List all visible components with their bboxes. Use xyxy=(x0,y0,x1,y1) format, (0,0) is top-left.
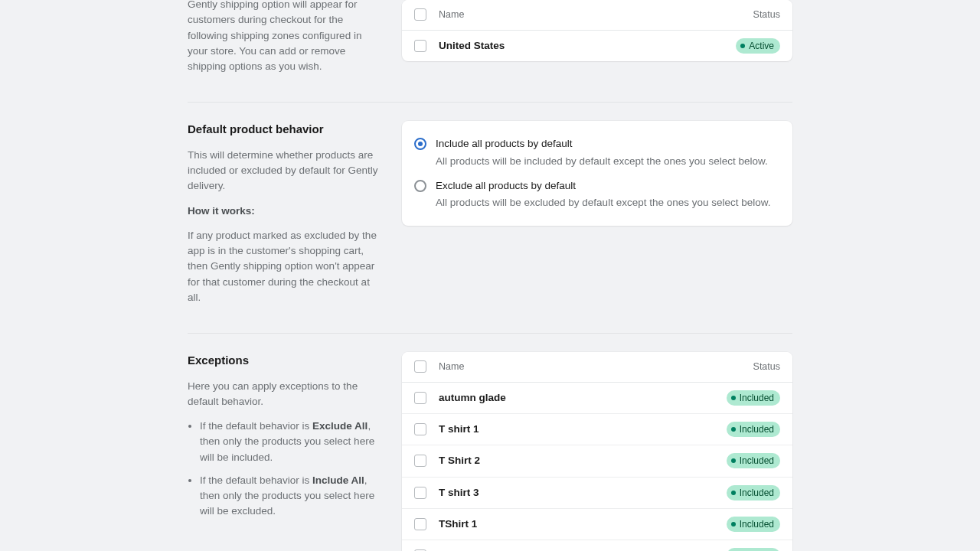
zones-aside: Gently shipping option will appear for c… xyxy=(188,0,381,83)
status-badge-text: Active xyxy=(749,39,774,53)
status-dot-icon xyxy=(731,491,736,495)
zone-row-checkbox[interactable] xyxy=(414,40,426,52)
exceptions-bullet-1: If the default behavior is Exclude All, … xyxy=(200,419,381,465)
status-dot-icon xyxy=(731,458,736,463)
behavior-card: Include all products by default All prod… xyxy=(402,121,792,226)
table-row[interactable]: T shirt 3Included xyxy=(402,478,792,509)
behavior-how-text: If any product marked as excluded by the… xyxy=(188,228,381,305)
radio-exclude-all[interactable]: Exclude all products by default All prod… xyxy=(414,174,780,216)
exceptions-card: Name Status autumn gladeIncludedT shirt … xyxy=(402,352,792,551)
status-dot-icon xyxy=(740,44,745,48)
behavior-aside: Default product behavior This will deter… xyxy=(188,121,381,315)
zones-col-status: Status xyxy=(753,8,780,22)
status-badge-text: Included xyxy=(740,486,774,500)
behavior-main: Include all products by default All prod… xyxy=(402,121,792,315)
status-dot-icon xyxy=(731,396,736,400)
product-row-name: TShirt 10 xyxy=(439,548,727,551)
radio-include-title: Include all products by default xyxy=(436,136,768,152)
status-badge-text: Included xyxy=(740,517,774,531)
table-row[interactable]: autumn gladeIncluded xyxy=(402,383,792,414)
radio-include-all[interactable]: Include all products by default All prod… xyxy=(414,132,780,174)
product-row-checkbox[interactable] xyxy=(414,423,426,435)
zones-card: Name Status United States Active xyxy=(402,0,792,61)
table-row[interactable]: TShirt 1Included xyxy=(402,509,792,540)
zones-col-name: Name xyxy=(439,8,753,22)
exceptions-table-header: Name Status xyxy=(402,352,792,383)
status-badge: Included xyxy=(727,390,780,406)
table-row[interactable]: T shirt 1Included xyxy=(402,414,792,445)
status-badge: Included xyxy=(727,517,780,532)
status-dot-icon xyxy=(731,427,736,432)
exceptions-aside: Exceptions Here you can apply exceptions… xyxy=(188,352,381,551)
status-badge: Included xyxy=(727,453,780,468)
section-zones: Gently shipping option will appear for c… xyxy=(188,0,792,103)
status-badge: Included xyxy=(727,548,780,551)
status-badge: Included xyxy=(727,485,780,500)
status-badge-text: Included xyxy=(740,422,774,436)
exceptions-select-all-checkbox[interactable] xyxy=(414,360,426,373)
product-row-checkbox[interactable] xyxy=(414,392,426,404)
product-row-name: T shirt 1 xyxy=(439,422,727,437)
exceptions-description: Here you can apply exceptions to the def… xyxy=(188,379,381,410)
exceptions-col-status: Status xyxy=(753,360,780,374)
exceptions-list: If the default behavior is Exclude All, … xyxy=(188,419,381,520)
zones-main: Name Status United States Active xyxy=(402,0,792,83)
radio-include-desc: All products will be included by default… xyxy=(436,154,768,169)
section-exceptions: Exceptions Here you can apply exceptions… xyxy=(188,334,792,551)
exceptions-bullet-2: If the default behavior is Include All, … xyxy=(200,473,381,520)
zones-select-all-checkbox[interactable] xyxy=(414,8,426,21)
status-badge-text: Included xyxy=(740,391,774,405)
status-badge: Active xyxy=(736,38,780,54)
behavior-description: This will determine whether products are… xyxy=(188,148,381,194)
behavior-how-label: How it works: xyxy=(188,204,381,219)
zones-table-header: Name Status xyxy=(402,0,792,31)
status-dot-icon xyxy=(731,522,736,527)
product-row-name: T Shirt 2 xyxy=(439,453,727,468)
table-row[interactable]: United States Active xyxy=(402,31,792,61)
exceptions-title: Exceptions xyxy=(188,352,381,370)
product-row-checkbox[interactable] xyxy=(414,487,426,499)
product-row-name: autumn glade xyxy=(439,390,727,406)
product-row-name: TShirt 1 xyxy=(439,517,727,532)
status-badge: Included xyxy=(727,422,780,437)
radio-button-icon xyxy=(414,138,426,150)
behavior-title: Default product behavior xyxy=(188,121,381,139)
exceptions-main: Name Status autumn gladeIncludedT shirt … xyxy=(402,352,792,551)
product-row-checkbox[interactable] xyxy=(414,518,426,530)
table-row[interactable]: TShirt 10Included xyxy=(402,540,792,551)
product-row-checkbox[interactable] xyxy=(414,455,426,467)
zones-description: Gently shipping option will appear for c… xyxy=(188,0,381,74)
radio-exclude-title: Exclude all products by default xyxy=(436,178,771,194)
exceptions-col-name: Name xyxy=(439,360,753,374)
table-row[interactable]: T Shirt 2Included xyxy=(402,445,792,477)
radio-exclude-desc: All products will be excluded by default… xyxy=(436,195,771,210)
product-row-name: T shirt 3 xyxy=(439,485,727,500)
zone-row-name: United States xyxy=(439,38,736,54)
status-badge-text: Included xyxy=(740,454,774,468)
radio-button-icon xyxy=(414,180,426,192)
section-behavior: Default product behavior This will deter… xyxy=(188,103,792,334)
